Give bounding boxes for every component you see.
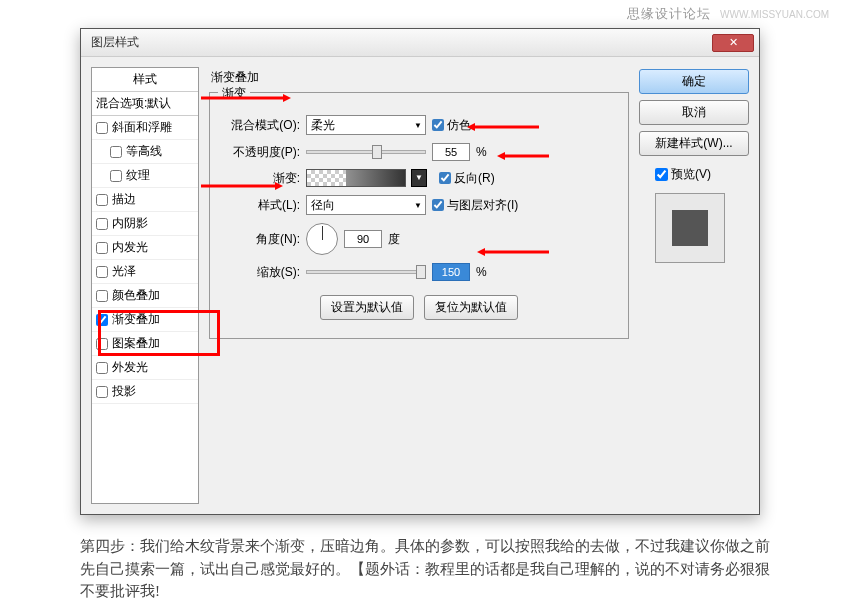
close-button[interactable]: ✕ <box>712 34 754 52</box>
preview-box <box>655 193 725 263</box>
style-label: 等高线 <box>126 143 162 160</box>
style-label: 描边 <box>112 191 136 208</box>
styles-header: 样式 <box>92 68 198 92</box>
style-item-8[interactable]: 渐变叠加 <box>92 308 198 332</box>
reverse-checkbox[interactable]: 反向(R) <box>439 170 495 187</box>
style-value: 径向 <box>311 197 335 214</box>
opacity-slider[interactable] <box>306 150 426 154</box>
group-label: 渐变 <box>218 85 250 102</box>
style-dropdown[interactable]: 径向 <box>306 195 426 215</box>
scale-slider[interactable] <box>306 270 426 274</box>
blend-mode-dropdown[interactable]: 柔光 <box>306 115 426 135</box>
dither-input[interactable] <box>432 119 444 131</box>
right-panel: 确定 取消 新建样式(W)... 预览(V) <box>639 67 749 504</box>
style-checkbox[interactable] <box>96 362 108 374</box>
style-label: 图案叠加 <box>112 335 160 352</box>
style-checkbox[interactable] <box>110 170 122 182</box>
preview-swatch <box>672 210 708 246</box>
style-item-3[interactable]: 描边 <box>92 188 198 212</box>
main-panel: 渐变叠加 渐变 混合模式(O): 柔光 仿色 不透明度(P): <box>209 67 629 504</box>
style-label: 样式(L): <box>220 197 300 214</box>
ok-button[interactable]: 确定 <box>639 69 749 94</box>
blending-options[interactable]: 混合选项:默认 <box>92 92 198 116</box>
styles-panel: 样式 混合选项:默认 斜面和浮雕等高线纹理描边内阴影内发光光泽颜色叠加渐变叠加图… <box>91 67 199 504</box>
layer-style-dialog: 图层样式 ✕ 样式 混合选项:默认 斜面和浮雕等高线纹理描边内阴影内发光光泽颜色… <box>80 28 760 515</box>
style-checkbox[interactable] <box>96 122 108 134</box>
align-label: 与图层对齐(I) <box>447 197 518 214</box>
style-checkbox[interactable] <box>96 314 108 326</box>
scale-label: 缩放(S): <box>220 264 300 281</box>
style-checkbox[interactable] <box>96 194 108 206</box>
reverse-label: 反向(R) <box>454 170 495 187</box>
gradient-dropdown-icon[interactable]: ▼ <box>411 169 427 187</box>
dither-checkbox[interactable]: 仿色 <box>432 117 471 134</box>
preview-label: 预览(V) <box>671 166 711 183</box>
reverse-input[interactable] <box>439 172 451 184</box>
angle-label: 角度(N): <box>220 231 300 248</box>
style-item-2[interactable]: 纹理 <box>92 164 198 188</box>
style-item-0[interactable]: 斜面和浮雕 <box>92 116 198 140</box>
watermark-url: WWW.MISSYUAN.COM <box>720 9 829 20</box>
reset-default-button[interactable]: 复位为默认值 <box>424 295 518 320</box>
dialog-title: 图层样式 <box>91 34 712 51</box>
style-item-10[interactable]: 外发光 <box>92 356 198 380</box>
opacity-unit: % <box>476 145 487 159</box>
angle-unit: 度 <box>388 231 400 248</box>
dither-label: 仿色 <box>447 117 471 134</box>
titlebar[interactable]: 图层样式 ✕ <box>81 29 759 57</box>
preview-input[interactable] <box>655 168 668 181</box>
style-checkbox[interactable] <box>96 242 108 254</box>
style-checkbox[interactable] <box>110 146 122 158</box>
style-item-9[interactable]: 图案叠加 <box>92 332 198 356</box>
blend-mode-value: 柔光 <box>311 117 335 134</box>
style-label: 外发光 <box>112 359 148 376</box>
scale-unit: % <box>476 265 487 279</box>
style-label: 投影 <box>112 383 136 400</box>
style-item-6[interactable]: 光泽 <box>92 260 198 284</box>
style-checkbox[interactable] <box>96 266 108 278</box>
style-label: 内阴影 <box>112 215 148 232</box>
preview-checkbox[interactable]: 预览(V) <box>655 166 749 183</box>
angle-dial[interactable] <box>306 223 338 255</box>
style-label: 渐变叠加 <box>112 311 160 328</box>
style-item-4[interactable]: 内阴影 <box>92 212 198 236</box>
blend-mode-label: 混合模式(O): <box>220 117 300 134</box>
align-input[interactable] <box>432 199 444 211</box>
gradient-label: 渐变: <box>220 170 300 187</box>
style-label: 斜面和浮雕 <box>112 119 172 136</box>
dialog-body: 样式 混合选项:默认 斜面和浮雕等高线纹理描边内阴影内发光光泽颜色叠加渐变叠加图… <box>81 57 759 514</box>
style-checkbox[interactable] <box>96 218 108 230</box>
opacity-value[interactable]: 55 <box>432 143 470 161</box>
style-label: 光泽 <box>112 263 136 280</box>
opacity-label: 不透明度(P): <box>220 144 300 161</box>
style-checkbox[interactable] <box>96 290 108 302</box>
cancel-button[interactable]: 取消 <box>639 100 749 125</box>
gradient-picker[interactable] <box>306 169 406 187</box>
panel-title: 渐变叠加 <box>209 67 629 92</box>
set-default-button[interactable]: 设置为默认值 <box>320 295 414 320</box>
scale-value[interactable]: 150 <box>432 263 470 281</box>
new-style-button[interactable]: 新建样式(W)... <box>639 131 749 156</box>
style-checkbox[interactable] <box>96 386 108 398</box>
align-checkbox[interactable]: 与图层对齐(I) <box>432 197 518 214</box>
caption-text: 第四步：我们给木纹背景来个渐变，压暗边角。具体的参数，可以按照我给的去做，不过我… <box>80 535 770 603</box>
style-item-1[interactable]: 等高线 <box>92 140 198 164</box>
watermark-text: 思缘设计论坛 <box>627 6 711 21</box>
style-item-5[interactable]: 内发光 <box>92 236 198 260</box>
style-item-7[interactable]: 颜色叠加 <box>92 284 198 308</box>
style-item-11[interactable]: 投影 <box>92 380 198 404</box>
style-label: 纹理 <box>126 167 150 184</box>
angle-value[interactable]: 90 <box>344 230 382 248</box>
style-label: 颜色叠加 <box>112 287 160 304</box>
style-label: 内发光 <box>112 239 148 256</box>
style-checkbox[interactable] <box>96 338 108 350</box>
